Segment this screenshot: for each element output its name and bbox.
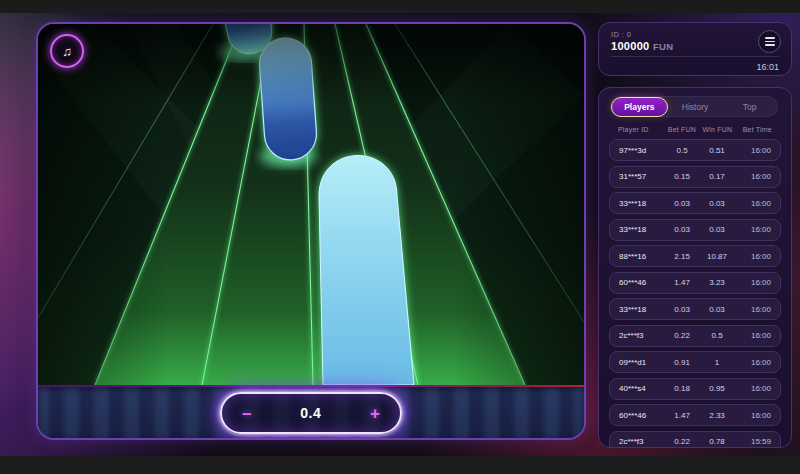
cell-bet-fun: 0.5 bbox=[666, 146, 698, 155]
cell-bet-fun: 0.15 bbox=[666, 172, 698, 181]
playfield-canvas[interactable] bbox=[38, 24, 584, 385]
cell-win-fun: 0.03 bbox=[698, 199, 736, 208]
right-shade bbox=[454, 24, 584, 385]
table-header: Player ID Bet FUN Win FUN Bet Time bbox=[609, 126, 781, 133]
bet-bar: – 0.4 + bbox=[38, 385, 584, 438]
table-row: 33***18 0.03 0.03 16:00 bbox=[609, 298, 781, 320]
cell-bet-time: 16:00 bbox=[736, 278, 771, 287]
cell-player-id: 60***46 bbox=[619, 278, 666, 287]
cell-player-id: 33***18 bbox=[619, 199, 666, 208]
cell-win-fun: 2.33 bbox=[698, 411, 736, 420]
cell-player-id: 09***d1 bbox=[619, 358, 666, 367]
balance-currency: FUN bbox=[653, 41, 673, 52]
account-card: ID : 0 100000 FUN 16:01 bbox=[598, 22, 792, 76]
table-row: 33***18 0.03 0.03 16:00 bbox=[609, 192, 781, 214]
cell-bet-fun: 0.03 bbox=[666, 305, 698, 314]
cell-bet-time: 16:00 bbox=[736, 305, 771, 314]
sidebar: ID : 0 100000 FUN 16:01 Players History … bbox=[598, 22, 792, 448]
header-win-fun: Win FUN bbox=[698, 126, 737, 133]
table-row: 33***18 0.03 0.03 16:00 bbox=[609, 219, 781, 241]
table-row: 09***d1 0.91 1 16:00 bbox=[609, 351, 781, 373]
game-panel: ♫ – 0.4 + bbox=[36, 22, 586, 440]
cell-bet-time: 16:00 bbox=[736, 146, 771, 155]
players-card: Players History Top Player ID Bet FUN Wi… bbox=[598, 87, 792, 448]
table-row: 31***57 0.15 0.17 16:00 bbox=[609, 166, 781, 188]
cell-bet-time: 16:00 bbox=[736, 225, 771, 234]
cell-bet-time: 16:00 bbox=[736, 199, 771, 208]
table-row: 60***46 1.47 2.33 16:00 bbox=[609, 404, 781, 426]
header-bet-time: Bet Time bbox=[737, 126, 772, 133]
cell-bet-fun: 1.47 bbox=[666, 278, 698, 287]
players-list: 97***3d 0.5 0.51 16:00 31***57 0.15 0.17… bbox=[609, 139, 781, 448]
cell-win-fun: 0.03 bbox=[698, 225, 736, 234]
tab-history[interactable]: History bbox=[668, 98, 723, 116]
cell-player-id: 2c***f3 bbox=[619, 331, 666, 340]
cell-bet-fun: 0.22 bbox=[666, 331, 698, 340]
cell-player-id: 40***s4 bbox=[619, 384, 666, 393]
cell-win-fun: 0.03 bbox=[698, 305, 736, 314]
bet-stepper: – 0.4 + bbox=[220, 392, 402, 434]
cell-bet-time: 16:00 bbox=[736, 172, 771, 181]
cell-player-id: 88***16 bbox=[619, 252, 666, 261]
cell-bet-fun: 2.15 bbox=[666, 252, 698, 261]
cell-bet-time: 16:00 bbox=[736, 358, 771, 367]
account-balance: 100000 FUN bbox=[611, 40, 779, 52]
clock-time: 16:01 bbox=[756, 62, 779, 72]
cell-win-fun: 0.78 bbox=[698, 437, 736, 446]
cell-win-fun: 0.95 bbox=[698, 384, 736, 393]
music-button[interactable]: ♫ bbox=[50, 34, 84, 68]
cell-win-fun: 0.5 bbox=[698, 331, 736, 340]
hamburger-icon bbox=[765, 37, 775, 39]
music-note-icon: ♫ bbox=[62, 44, 72, 59]
balance-amount: 100000 bbox=[611, 40, 650, 52]
cell-bet-fun: 0.91 bbox=[666, 358, 698, 367]
cell-bet-fun: 0.18 bbox=[666, 384, 698, 393]
cell-bet-fun: 1.47 bbox=[666, 411, 698, 420]
table-row: 60***46 1.47 3.23 16:00 bbox=[609, 272, 781, 294]
table-row: 88***16 2.15 10.87 16:00 bbox=[609, 245, 781, 267]
cell-player-id: 33***18 bbox=[619, 305, 666, 314]
cell-win-fun: 3.23 bbox=[698, 278, 736, 287]
cell-bet-time: 16:00 bbox=[736, 252, 771, 261]
cell-player-id: 31***57 bbox=[619, 172, 666, 181]
cell-win-fun: 10.87 bbox=[698, 252, 736, 261]
cell-bet-fun: 0.03 bbox=[666, 199, 698, 208]
table-row: 40***s4 0.18 0.95 16:00 bbox=[609, 378, 781, 400]
left-shade bbox=[38, 24, 168, 385]
cell-bet-fun: 0.03 bbox=[666, 225, 698, 234]
account-id: ID : 0 bbox=[611, 30, 779, 39]
account-divider bbox=[611, 56, 779, 57]
table-row: 2c***f3 0.22 0.5 16:00 bbox=[609, 325, 781, 347]
table-row: 97***3d 0.5 0.51 16:00 bbox=[609, 139, 781, 161]
cell-win-fun: 0.51 bbox=[698, 146, 736, 155]
bet-bar-edge bbox=[38, 385, 584, 387]
top-letterbox bbox=[0, 0, 800, 13]
cell-bet-time: 15:59 bbox=[736, 437, 771, 446]
cell-bet-time: 16:00 bbox=[736, 384, 771, 393]
header-player-id: Player ID bbox=[618, 126, 666, 133]
bet-decrease-button[interactable]: – bbox=[242, 405, 251, 422]
cell-bet-time: 16:00 bbox=[736, 411, 771, 420]
cell-player-id: 97***3d bbox=[619, 146, 666, 155]
cell-player-id: 60***46 bbox=[619, 411, 666, 420]
bottom-letterbox bbox=[0, 456, 800, 474]
tab-players[interactable]: Players bbox=[611, 97, 668, 117]
bet-value: 0.4 bbox=[300, 405, 321, 421]
header-bet-fun: Bet FUN bbox=[666, 126, 698, 133]
cell-win-fun: 1 bbox=[698, 358, 736, 367]
cell-bet-fun: 0.22 bbox=[666, 437, 698, 446]
cell-player-id: 2c***f3 bbox=[619, 437, 666, 446]
bet-increase-button[interactable]: + bbox=[370, 405, 380, 422]
tab-bar: Players History Top bbox=[610, 96, 778, 117]
cell-player-id: 33***18 bbox=[619, 225, 666, 234]
cell-bet-time: 16:00 bbox=[736, 331, 771, 340]
table-row: 2c***f3 0.22 0.78 15:59 bbox=[609, 431, 781, 449]
cell-win-fun: 0.17 bbox=[698, 172, 736, 181]
tab-top[interactable]: Top bbox=[722, 98, 777, 116]
menu-button[interactable] bbox=[758, 30, 781, 53]
